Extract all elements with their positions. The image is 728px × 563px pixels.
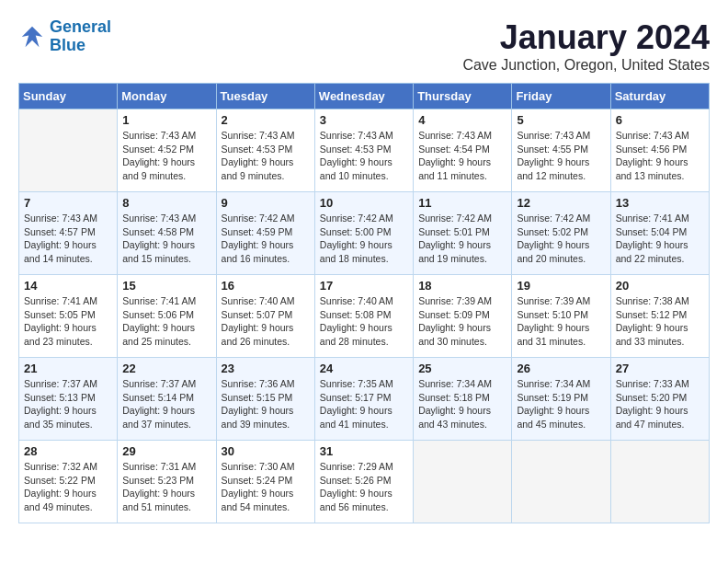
empty-cell xyxy=(414,441,512,523)
day-info: Sunrise: 7:42 AM Sunset: 5:02 PM Dayligh… xyxy=(517,212,605,266)
day-number: 18 xyxy=(418,279,506,293)
day-cell-4: 4Sunrise: 7:43 AM Sunset: 4:54 PM Daylig… xyxy=(414,109,512,192)
day-cell-26: 26Sunrise: 7:34 AM Sunset: 5:19 PM Dayli… xyxy=(512,358,610,441)
day-number: 24 xyxy=(320,362,408,375)
day-info: Sunrise: 7:38 AM Sunset: 5:12 PM Dayligh… xyxy=(616,294,704,349)
day-cell-11: 11Sunrise: 7:42 AM Sunset: 5:01 PM Dayli… xyxy=(414,192,512,275)
page-header: General Blue January 2024 Cave Junction,… xyxy=(18,18,710,74)
day-info: Sunrise: 7:33 AM Sunset: 5:20 PM Dayligh… xyxy=(616,377,704,431)
day-cell-3: 3Sunrise: 7:43 AM Sunset: 4:53 PM Daylig… xyxy=(314,109,413,192)
logo: General Blue xyxy=(18,18,111,55)
day-info: Sunrise: 7:37 AM Sunset: 5:13 PM Dayligh… xyxy=(24,377,112,431)
day-info: Sunrise: 7:36 AM Sunset: 5:15 PM Dayligh… xyxy=(222,377,310,431)
day-cell-28: 28Sunrise: 7:32 AM Sunset: 5:22 PM Dayli… xyxy=(19,441,118,523)
day-number: 4 xyxy=(418,113,506,127)
day-cell-9: 9Sunrise: 7:42 AM Sunset: 4:59 PM Daylig… xyxy=(216,192,314,275)
day-info: Sunrise: 7:43 AM Sunset: 4:54 PM Dayligh… xyxy=(418,129,506,183)
day-cell-14: 14Sunrise: 7:41 AM Sunset: 5:05 PM Dayli… xyxy=(19,275,118,358)
day-info: Sunrise: 7:40 AM Sunset: 5:07 PM Dayligh… xyxy=(222,294,310,349)
day-cell-12: 12Sunrise: 7:42 AM Sunset: 5:02 PM Dayli… xyxy=(512,192,610,275)
day-info: Sunrise: 7:42 AM Sunset: 4:59 PM Dayligh… xyxy=(222,212,310,266)
day-info: Sunrise: 7:41 AM Sunset: 5:04 PM Dayligh… xyxy=(616,212,704,266)
day-number: 11 xyxy=(418,196,506,210)
day-info: Sunrise: 7:43 AM Sunset: 4:57 PM Dayligh… xyxy=(24,212,112,266)
day-number: 22 xyxy=(122,362,210,375)
day-info: Sunrise: 7:43 AM Sunset: 4:53 PM Dayligh… xyxy=(320,129,408,183)
week-row-3: 14Sunrise: 7:41 AM Sunset: 5:05 PM Dayli… xyxy=(19,275,710,358)
day-number: 21 xyxy=(24,362,112,375)
day-number: 15 xyxy=(122,279,210,293)
calendar-table: SundayMondayTuesdayWednesdayThursdayFrid… xyxy=(18,83,710,523)
header-row: SundayMondayTuesdayWednesdayThursdayFrid… xyxy=(19,84,710,109)
day-info: Sunrise: 7:41 AM Sunset: 5:06 PM Dayligh… xyxy=(122,294,210,349)
day-info: Sunrise: 7:43 AM Sunset: 4:58 PM Dayligh… xyxy=(122,212,210,266)
header-day-saturday: Saturday xyxy=(610,84,709,109)
day-cell-24: 24Sunrise: 7:35 AM Sunset: 5:17 PM Dayli… xyxy=(314,358,413,441)
day-cell-19: 19Sunrise: 7:39 AM Sunset: 5:10 PM Dayli… xyxy=(512,275,610,358)
day-info: Sunrise: 7:32 AM Sunset: 5:22 PM Dayligh… xyxy=(24,460,112,514)
day-number: 9 xyxy=(222,196,310,210)
day-number: 27 xyxy=(616,362,704,375)
day-cell-2: 2Sunrise: 7:43 AM Sunset: 4:53 PM Daylig… xyxy=(216,109,314,192)
day-info: Sunrise: 7:42 AM Sunset: 5:01 PM Dayligh… xyxy=(418,212,506,266)
day-number: 17 xyxy=(320,279,408,293)
week-row-1: 1Sunrise: 7:43 AM Sunset: 4:52 PM Daylig… xyxy=(19,109,710,192)
week-row-2: 7Sunrise: 7:43 AM Sunset: 4:57 PM Daylig… xyxy=(19,192,710,275)
day-number: 1 xyxy=(122,113,210,127)
day-info: Sunrise: 7:37 AM Sunset: 5:14 PM Dayligh… xyxy=(122,377,210,431)
day-info: Sunrise: 7:29 AM Sunset: 5:26 PM Dayligh… xyxy=(320,460,408,514)
day-cell-29: 29Sunrise: 7:31 AM Sunset: 5:23 PM Dayli… xyxy=(118,441,216,523)
day-info: Sunrise: 7:35 AM Sunset: 5:17 PM Dayligh… xyxy=(320,377,408,431)
day-info: Sunrise: 7:34 AM Sunset: 5:19 PM Dayligh… xyxy=(517,377,605,431)
week-row-5: 28Sunrise: 7:32 AM Sunset: 5:22 PM Dayli… xyxy=(19,441,710,523)
header-day-wednesday: Wednesday xyxy=(314,84,413,109)
day-number: 10 xyxy=(320,196,408,210)
header-day-friday: Friday xyxy=(512,84,610,109)
empty-cell xyxy=(19,109,118,192)
empty-cell xyxy=(610,441,709,523)
day-info: Sunrise: 7:39 AM Sunset: 5:09 PM Dayligh… xyxy=(418,294,506,349)
empty-cell xyxy=(512,441,610,523)
day-number: 31 xyxy=(320,444,408,458)
day-cell-17: 17Sunrise: 7:40 AM Sunset: 5:08 PM Dayli… xyxy=(314,275,413,358)
day-info: Sunrise: 7:43 AM Sunset: 4:53 PM Dayligh… xyxy=(222,129,310,183)
week-row-4: 21Sunrise: 7:37 AM Sunset: 5:13 PM Dayli… xyxy=(19,358,710,441)
day-number: 25 xyxy=(418,362,506,375)
header-day-thursday: Thursday xyxy=(414,84,512,109)
day-cell-13: 13Sunrise: 7:41 AM Sunset: 5:04 PM Dayli… xyxy=(610,192,709,275)
day-number: 29 xyxy=(122,444,210,458)
calendar-subtitle: Cave Junction, Oregon, United States xyxy=(462,57,710,74)
header-day-tuesday: Tuesday xyxy=(216,84,314,109)
day-number: 2 xyxy=(222,113,310,127)
day-number: 8 xyxy=(122,196,210,210)
day-info: Sunrise: 7:40 AM Sunset: 5:08 PM Dayligh… xyxy=(320,294,408,349)
day-cell-18: 18Sunrise: 7:39 AM Sunset: 5:09 PM Dayli… xyxy=(414,275,512,358)
day-cell-10: 10Sunrise: 7:42 AM Sunset: 5:00 PM Dayli… xyxy=(314,192,413,275)
day-number: 12 xyxy=(517,196,605,210)
day-number: 5 xyxy=(517,113,605,127)
day-info: Sunrise: 7:34 AM Sunset: 5:18 PM Dayligh… xyxy=(418,377,506,431)
day-cell-8: 8Sunrise: 7:43 AM Sunset: 4:58 PM Daylig… xyxy=(118,192,216,275)
day-cell-30: 30Sunrise: 7:30 AM Sunset: 5:24 PM Dayli… xyxy=(216,441,314,523)
day-info: Sunrise: 7:43 AM Sunset: 4:55 PM Dayligh… xyxy=(517,129,605,183)
svg-marker-0 xyxy=(22,27,43,48)
day-number: 13 xyxy=(616,196,704,210)
calendar-title: January 2024 xyxy=(462,18,710,57)
day-info: Sunrise: 7:39 AM Sunset: 5:10 PM Dayligh… xyxy=(517,294,605,349)
day-number: 6 xyxy=(616,113,704,127)
title-section: January 2024 Cave Junction, Oregon, Unit… xyxy=(462,18,710,74)
day-info: Sunrise: 7:42 AM Sunset: 5:00 PM Dayligh… xyxy=(320,212,408,266)
day-number: 14 xyxy=(24,279,112,293)
day-info: Sunrise: 7:31 AM Sunset: 5:23 PM Dayligh… xyxy=(122,460,210,514)
logo-icon xyxy=(18,23,46,51)
day-cell-31: 31Sunrise: 7:29 AM Sunset: 5:26 PM Dayli… xyxy=(314,441,413,523)
day-cell-22: 22Sunrise: 7:37 AM Sunset: 5:14 PM Dayli… xyxy=(118,358,216,441)
day-number: 16 xyxy=(222,279,310,293)
logo-text: General Blue xyxy=(50,18,111,55)
day-info: Sunrise: 7:41 AM Sunset: 5:05 PM Dayligh… xyxy=(24,294,112,349)
day-number: 19 xyxy=(517,279,605,293)
header-day-sunday: Sunday xyxy=(19,84,118,109)
day-number: 3 xyxy=(320,113,408,127)
day-cell-5: 5Sunrise: 7:43 AM Sunset: 4:55 PM Daylig… xyxy=(512,109,610,192)
day-number: 30 xyxy=(222,444,310,458)
